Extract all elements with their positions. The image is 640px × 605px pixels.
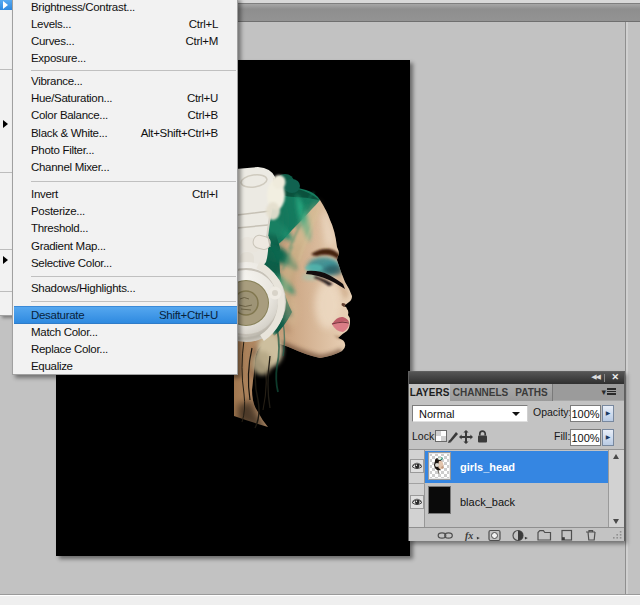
svg-text:fx: fx <box>465 530 473 541</box>
